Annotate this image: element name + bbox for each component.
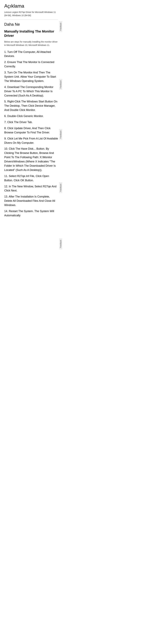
step-10: 10. Click The Have Disk... Button. By Cl…: [4, 147, 58, 172]
steps-container: 1. Turn Off The Computer, All Attached D…: [4, 50, 58, 218]
product-name: Lenovo Legion R27qe Driver for Microsoft…: [4, 11, 58, 17]
step-6: 6. Double-Click Generic Monitor.: [4, 114, 58, 118]
step-11: 11. Select R27qe.Inf File, Click Open Bu…: [4, 174, 58, 182]
section2-title: Daha Ne: [4, 22, 58, 27]
step-7: 7. Click The Driver Tab.: [4, 120, 58, 124]
step-5: 5. Right-Click The Windows Start Button …: [4, 100, 58, 112]
manual-title: Manually Installing The Monitor Driver: [4, 29, 58, 38]
page-container: Açıklama Lenovo Legion R27qe Driver for …: [0, 0, 62, 222]
step-1: 1. Turn Off The Computer, All Attached D…: [4, 50, 58, 58]
section1-title: Açıklama: [4, 3, 58, 9]
step-12: 12. In The New Window, Select R27qe And …: [4, 184, 58, 193]
description-text: Below are steps for manually installing …: [4, 40, 58, 47]
step-14: 14. Restart The System. The System Will …: [4, 209, 58, 218]
feedback-tab-2[interactable]: Feedback: [59, 79, 62, 90]
step-2: 2. Ensure That The Monitor Is Connected …: [4, 60, 58, 69]
step-4: 4. Download The Corresponding Monitor Dr…: [4, 85, 58, 98]
step-9: 9. Click Let Me Pick From A List Of Avai…: [4, 136, 58, 145]
feedback-tab-4[interactable]: Feedback: [59, 182, 62, 193]
step-3: 3. Turn On The Monitor And Then The Syst…: [4, 70, 58, 83]
step-13: 13. After The Installation Is Complete, …: [4, 194, 58, 207]
step-8: 8. Click Update Driver, And Then Click B…: [4, 126, 58, 135]
feedback-tab-5[interactable]: Feedback: [59, 238, 62, 249]
feedback-tab-3[interactable]: Feedback: [59, 129, 62, 140]
feedback-tab-1[interactable]: Feedback: [59, 21, 62, 32]
